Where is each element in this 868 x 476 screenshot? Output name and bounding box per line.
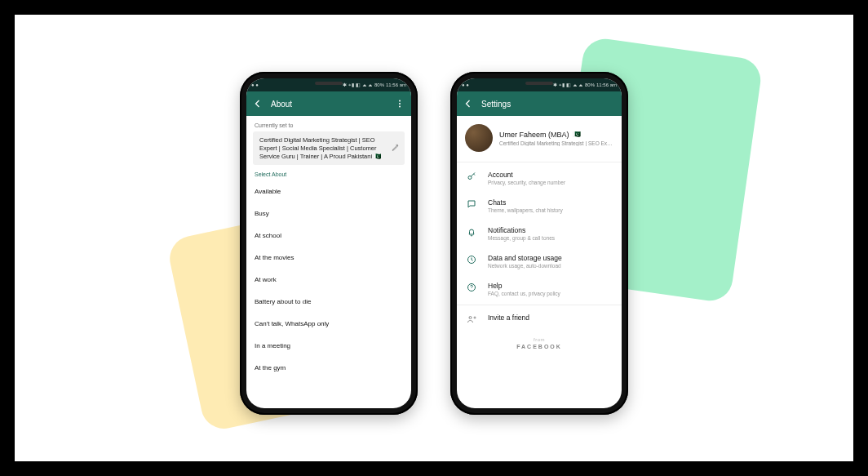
svg-point-2 xyxy=(399,106,401,108)
settings-item-title: Chats xyxy=(488,198,563,207)
profile-row[interactable]: Umer Faheem (MBA) 🇵🇰 Certified Digital M… xyxy=(457,116,622,160)
current-about-text: Certified Digital Marketing Strategist |… xyxy=(259,136,381,160)
screen-settings: ● ● ✱ ⌖ ▮ ◧ ⏶ ⏶ 80% 11:56 am Settings xyxy=(457,78,622,408)
appbar-title: About xyxy=(271,100,387,109)
about-option[interactable]: At work xyxy=(246,269,411,291)
back-icon[interactable] xyxy=(253,99,263,109)
status-icons: ✱ ⌖ ▮ ◧ ⏶ ⏶ 80% xyxy=(553,82,595,88)
phone-row: ● ● ✱ ⌖ ▮ ◧ ⏶ ⏶ 80% 11:56 am About xyxy=(15,72,853,415)
settings-item-text: HelpFAQ, contact us, privacy policy xyxy=(488,282,560,296)
screen-about: ● ● ✱ ⌖ ▮ ◧ ⏶ ⏶ 80% 11:56 am About xyxy=(246,78,411,408)
settings-item-sub: Privacy, security, change number xyxy=(488,180,565,185)
profile-sub: Certified Digital Marketing Strategist |… xyxy=(499,140,613,146)
edit-icon[interactable] xyxy=(392,143,400,153)
profile-name: Umer Faheem (MBA) xyxy=(499,131,569,139)
chat-icon xyxy=(467,199,478,211)
status-right: ✱ ⌖ ▮ ◧ ⏶ ⏶ 80% 11:56 am xyxy=(553,82,617,88)
appbar-settings: Settings xyxy=(457,91,622,116)
about-option[interactable]: At the gym xyxy=(246,357,411,379)
svg-point-6 xyxy=(469,317,472,319)
about-options-list: AvailableBusyAt schoolAt the moviesAt wo… xyxy=(246,180,411,379)
settings-item-title: Invite a friend xyxy=(488,314,529,322)
settings-item-title: Account xyxy=(488,171,565,179)
status-left: ● ● xyxy=(251,82,259,87)
settings-item-title: Notifications xyxy=(488,226,555,234)
help-icon xyxy=(467,282,478,294)
status-icons: ✱ ⌖ ▮ ◧ ⏶ ⏶ 80% xyxy=(343,82,384,88)
settings-item-invite[interactable]: Invite a friend xyxy=(457,307,622,332)
profile-name-row: Umer Faheem (MBA) 🇵🇰 xyxy=(499,131,613,139)
statusbar: ● ● ✱ ⌖ ▮ ◧ ⏶ ⏶ 80% 11:56 am xyxy=(457,78,622,91)
settings-item-text: NotificationsMessage, group & call tones xyxy=(488,226,555,241)
flag-icon: 🇵🇰 xyxy=(573,131,581,138)
data-icon xyxy=(467,255,478,266)
settings-item-sub: FAQ, contact us, privacy policy xyxy=(488,291,560,296)
statusbar: ● ● ✱ ⌖ ▮ ◧ ⏶ ⏶ 80% 11:56 am xyxy=(246,78,411,91)
divider xyxy=(457,162,622,162)
settings-item-chat[interactable]: ChatsTheme, wallpapers, chat history xyxy=(457,192,622,220)
settings-item-text: AccountPrivacy, security, change number xyxy=(488,171,565,185)
canvas: ● ● ✱ ⌖ ▮ ◧ ⏶ ⏶ 80% 11:56 am About xyxy=(15,15,853,461)
settings-item-key[interactable]: AccountPrivacy, security, change number xyxy=(457,164,622,192)
settings-content: Umer Faheem (MBA) 🇵🇰 Certified Digital M… xyxy=(457,116,622,408)
settings-item-data[interactable]: Data and storage usageNetwork usage, aut… xyxy=(457,247,622,275)
settings-item-sub: Theme, wallpapers, chat history xyxy=(488,207,563,213)
about-option[interactable]: Battery about to die xyxy=(246,291,411,313)
current-about-row[interactable]: Certified Digital Marketing Strategist |… xyxy=(253,131,405,165)
status-time: 11:56 am xyxy=(386,82,406,87)
footer-from: from xyxy=(457,332,622,344)
settings-item-text: Invite a friend xyxy=(488,314,529,322)
settings-item-bell[interactable]: NotificationsMessage, group & call tones xyxy=(457,220,622,247)
svg-point-3 xyxy=(468,176,472,180)
settings-item-text: ChatsTheme, wallpapers, chat history xyxy=(488,198,563,213)
about-content: Currently set to Certified Digital Marke… xyxy=(246,116,411,408)
phone-settings: ● ● ✱ ⌖ ▮ ◧ ⏶ ⏶ 80% 11:56 am Settings xyxy=(450,72,628,415)
settings-item-sub: Message, group & call tones xyxy=(488,235,555,241)
about-option[interactable]: In a meeting xyxy=(246,335,411,357)
about-option[interactable]: Can't talk, WhatsApp only xyxy=(246,313,411,335)
appbar-title: Settings xyxy=(481,100,615,109)
status-left: ● ● xyxy=(462,82,469,87)
settings-item-text: Data and storage usageNetwork usage, aut… xyxy=(488,254,562,269)
about-option[interactable]: At the movies xyxy=(246,247,411,269)
bell-icon xyxy=(467,227,478,238)
key-icon xyxy=(467,171,478,183)
settings-item-title: Help xyxy=(488,282,560,290)
back-icon[interactable] xyxy=(463,99,473,109)
profile-text: Umer Faheem (MBA) 🇵🇰 Certified Digital M… xyxy=(499,131,613,146)
currently-set-to-label: Currently set to xyxy=(246,116,411,131)
settings-item-title: Data and storage usage xyxy=(488,254,562,262)
phone-about: ● ● ✱ ⌖ ▮ ◧ ⏶ ⏶ 80% 11:56 am About xyxy=(240,72,418,415)
avatar xyxy=(465,124,493,152)
footer-brand: FACEBOOK xyxy=(457,344,622,354)
settings-item-help[interactable]: HelpFAQ, contact us, privacy policy xyxy=(457,275,622,303)
svg-point-0 xyxy=(399,100,401,102)
invite-icon xyxy=(467,314,478,326)
about-option[interactable]: At school xyxy=(246,225,411,247)
more-icon[interactable] xyxy=(395,99,405,109)
appbar-about: About xyxy=(246,91,411,116)
select-about-label: Select About xyxy=(246,165,411,180)
settings-list: AccountPrivacy, security, change numberC… xyxy=(457,164,622,332)
status-right: ✱ ⌖ ▮ ◧ ⏶ ⏶ 80% 11:56 am xyxy=(343,82,406,88)
divider xyxy=(457,305,622,305)
about-option[interactable]: Available xyxy=(246,180,411,202)
settings-item-sub: Network usage, auto-download xyxy=(488,263,562,269)
svg-point-1 xyxy=(399,103,401,105)
about-option[interactable]: Busy xyxy=(246,202,411,225)
status-time: 11:56 am xyxy=(596,82,617,87)
